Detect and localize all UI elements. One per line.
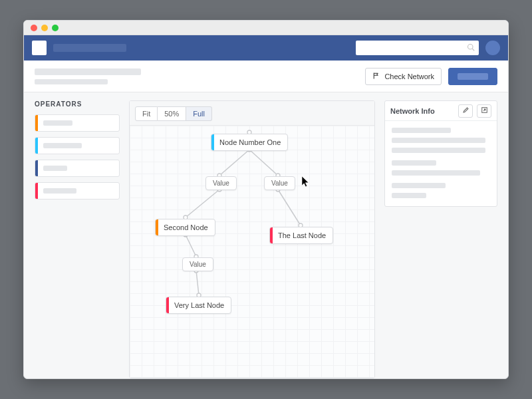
operator-stripe — [35, 183, 38, 199]
svg-line-7 — [196, 271, 199, 295]
titlebar — [24, 21, 508, 35]
operator-stripe — [35, 115, 38, 131]
svg-line-1 — [472, 49, 474, 51]
zoom-tab-50[interactable]: 50% — [158, 106, 186, 121]
sidebar-title: OPERATORS — [35, 100, 120, 108]
operator-stripe — [35, 138, 38, 154]
node-n3[interactable]: The Last Node — [269, 227, 333, 244]
svg-line-5 — [278, 190, 301, 225]
node-stripe — [156, 219, 158, 235]
svg-point-0 — [468, 44, 473, 49]
operator-item-2[interactable] — [35, 137, 120, 154]
subheader: Check Network — [24, 61, 508, 92]
info-body — [385, 121, 497, 205]
window-minimize-dot[interactable] — [41, 25, 48, 31]
network-info-panel: Network Info — [384, 100, 497, 207]
operator-item-3[interactable] — [35, 160, 120, 177]
avatar[interactable] — [485, 41, 500, 55]
node-label: The Last Node — [278, 231, 326, 239]
zoom-tabs: Fit 50% Full — [130, 101, 374, 126]
topbar-placeholder — [53, 44, 126, 52]
operator-stripe — [35, 160, 38, 176]
edit-button[interactable] — [458, 104, 473, 118]
expand-button[interactable] — [477, 104, 491, 118]
info-title: Network Info — [390, 107, 435, 115]
canvas-panel: Fit 50% Full — [129, 100, 375, 378]
search-icon — [467, 43, 475, 53]
node-label: Second Node — [164, 223, 208, 231]
pill-label: Value — [213, 180, 229, 187]
operator-label-placeholder — [43, 120, 72, 126]
value-pill-2[interactable]: Value — [264, 176, 295, 190]
node-stripe — [270, 227, 273, 243]
value-pill-3[interactable]: Value — [182, 257, 213, 271]
window-zoom-dot[interactable] — [52, 25, 59, 31]
operator-item-1[interactable] — [35, 114, 120, 132]
node-n4[interactable]: Very Last Node — [166, 297, 231, 314]
operator-label-placeholder — [43, 188, 76, 194]
operator-label-placeholder — [43, 166, 67, 171]
page-title-placeholder — [35, 68, 141, 84]
logo[interactable] — [32, 41, 47, 55]
primary-action-button[interactable] — [448, 68, 497, 85]
flag-icon — [372, 72, 380, 81]
check-network-button[interactable]: Check Network — [365, 68, 442, 85]
graph-canvas[interactable]: Node Number One Value Value Second Node … — [130, 126, 374, 378]
topbar — [24, 35, 508, 61]
operator-item-4[interactable] — [35, 182, 120, 200]
node-stripe — [166, 297, 169, 313]
svg-line-2 — [219, 150, 249, 176]
operator-label-placeholder — [43, 143, 82, 148]
pencil-icon — [462, 106, 469, 115]
svg-line-3 — [249, 150, 278, 176]
zoom-tab-full[interactable]: Full — [186, 106, 212, 121]
expand-icon — [481, 106, 488, 115]
node-n1[interactable]: Node Number One — [211, 134, 288, 151]
pill-label: Value — [271, 180, 288, 187]
app-window: Check Network OPERATORS — [23, 20, 509, 379]
pill-label: Value — [190, 261, 206, 268]
node-label: Node Number One — [219, 138, 281, 146]
svg-line-6 — [186, 235, 196, 257]
node-n2[interactable]: Second Node — [155, 219, 215, 236]
search-input[interactable] — [356, 41, 479, 55]
node-stripe — [211, 134, 214, 150]
window-close-dot[interactable] — [31, 25, 37, 31]
svg-line-4 — [186, 190, 219, 217]
cursor-icon — [301, 176, 311, 188]
check-network-label: Check Network — [384, 72, 434, 80]
zoom-tab-fit[interactable]: Fit — [135, 106, 158, 121]
edges-layer — [130, 126, 374, 378]
sidebar: OPERATORS — [35, 100, 120, 378]
value-pill-1[interactable]: Value — [205, 176, 237, 190]
node-label: Very Last Node — [174, 301, 224, 309]
